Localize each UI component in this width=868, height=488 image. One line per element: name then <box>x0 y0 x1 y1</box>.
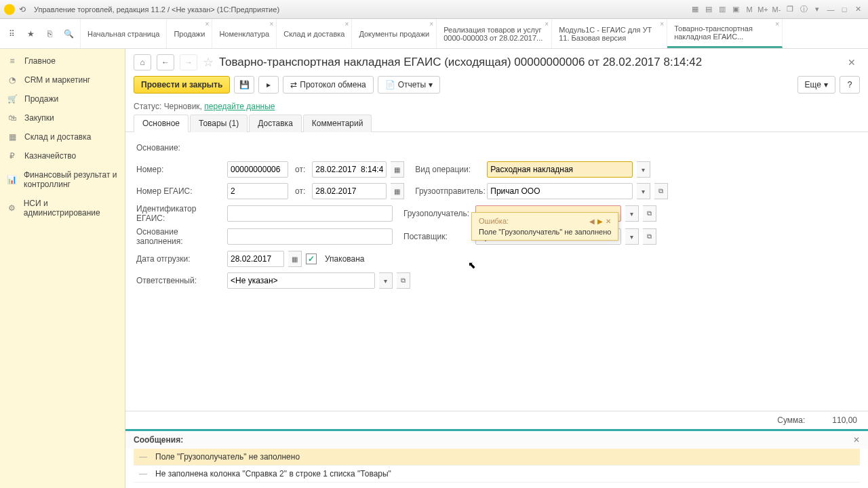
error-prev-icon[interactable]: ◀ <box>589 218 595 225</box>
supplier-open-icon[interactable]: ⧉ <box>643 228 656 245</box>
sidebar-item[interactable]: ▦Склад и доставка <box>0 127 125 146</box>
supplier-dropdown-icon[interactable]: ▾ <box>625 228 639 245</box>
packed-checkbox[interactable]: ✓ <box>306 253 317 264</box>
sidebar-item[interactable]: ⚙НСИ и администрирование <box>0 194 125 222</box>
shipper-dropdown-icon[interactable]: ▾ <box>637 183 650 199</box>
sidebar: ≡Главное◔CRM и маркетинг🛒Продажи🛍Закупки… <box>0 49 125 488</box>
top-tab[interactable]: Начальная страница <box>81 19 167 48</box>
tab-close-icon[interactable]: × <box>545 20 549 28</box>
consignee-open-icon[interactable]: ⧉ <box>643 205 656 222</box>
shipper-field[interactable] <box>487 183 633 199</box>
top-tab[interactable]: Товарно-транспортная накладная ЕГАИС...× <box>667 19 783 48</box>
m-icon[interactable]: M <box>743 3 755 16</box>
form-tabs: ОсновноеТовары (1)ДоставкаКомментарий <box>125 114 868 132</box>
document-title: Товарно-транспортная накладная ЕГАИС (ис… <box>219 56 838 69</box>
shipdate-field[interactable] <box>227 251 284 267</box>
content: ⌂ ← → ☆ Товарно-транспортная накладная Е… <box>125 49 868 488</box>
refresh-icon[interactable]: ⟲ <box>19 5 28 14</box>
sidebar-item[interactable]: ◔CRM и маркетинг <box>0 70 125 89</box>
message-row[interactable]: —Поле "Грузополучатель" не заполнено <box>134 449 860 466</box>
tab-close-icon[interactable]: × <box>429 20 433 28</box>
sidebar-icon: ₽ <box>7 151 18 161</box>
top-tab[interactable]: Номенклатура× <box>212 19 277 48</box>
error-close-icon[interactable]: ✕ <box>606 218 611 225</box>
calendar-icon[interactable]: ▦ <box>391 161 404 178</box>
home-button[interactable]: ⌂ <box>134 54 151 70</box>
back-button[interactable]: ← <box>157 54 174 70</box>
search-icon[interactable]: 🔍 <box>61 26 76 41</box>
mplus-icon[interactable]: M+ <box>757 3 769 16</box>
minimize-icon[interactable]: — <box>825 3 837 16</box>
tab-close-icon[interactable]: × <box>345 20 349 28</box>
shipper-open-icon[interactable]: ⧉ <box>654 183 668 199</box>
datetime-field[interactable] <box>312 161 387 178</box>
error-title: Ошибка: <box>479 217 587 225</box>
form-tab[interactable]: Товары (1) <box>190 115 248 132</box>
consignee-dropdown-icon[interactable]: ▾ <box>625 205 639 222</box>
egais-date-field[interactable] <box>312 183 387 199</box>
top-tab[interactable]: Продажи× <box>167 19 212 48</box>
calendar-icon[interactable]: ▦ <box>391 183 404 199</box>
favorite-star-icon[interactable]: ☆ <box>203 55 214 70</box>
fillbasis-field[interactable] <box>227 228 393 245</box>
sidebar-icon: ≡ <box>7 56 18 66</box>
form-tab[interactable]: Комментарий <box>303 115 372 132</box>
dropdown-icon[interactable]: ▾ <box>811 3 823 16</box>
egais-id-field[interactable] <box>227 205 393 222</box>
error-next-icon[interactable]: ▶ <box>597 218 603 225</box>
forward-button[interactable]: → <box>180 54 197 70</box>
tab-close-icon[interactable]: × <box>269 20 273 28</box>
post-and-close-button[interactable]: Провести и закрыть <box>134 76 230 94</box>
tool-icon[interactable]: ▣ <box>730 3 742 16</box>
post-button[interactable]: ▸ <box>258 76 279 94</box>
messages-title: Сообщения: <box>134 435 853 445</box>
sidebar-item[interactable]: 🛍Закупки <box>0 108 125 127</box>
sidebar-icon: ◔ <box>7 75 18 85</box>
optype-field[interactable] <box>487 161 633 178</box>
maximize-icon[interactable]: □ <box>838 3 850 16</box>
apps-icon[interactable]: ⠿ <box>4 26 19 41</box>
form-tab[interactable]: Основное <box>134 115 189 132</box>
history-icon[interactable]: ⎘ <box>42 26 57 41</box>
close-document-icon[interactable]: ✕ <box>844 57 860 68</box>
tab-close-icon[interactable]: × <box>660 20 664 28</box>
save-button[interactable]: 💾 <box>234 76 254 94</box>
optype-dropdown-icon[interactable]: ▾ <box>637 161 650 178</box>
top-tab[interactable]: Модуль1С - ЕГАИС для УТ 11. Базовая верс… <box>552 19 667 48</box>
sidebar-item[interactable]: 🛒Продажи <box>0 89 125 108</box>
mminus-icon[interactable]: M- <box>770 3 783 16</box>
egais-num-field[interactable] <box>227 183 288 199</box>
message-row[interactable]: —Не заполнена колонка "Справка 2" в стро… <box>134 466 860 483</box>
calendar-icon[interactable]: ▥ <box>716 3 728 16</box>
tab-close-icon[interactable]: × <box>775 20 779 28</box>
star-icon[interactable]: ★ <box>23 26 38 41</box>
windows-icon[interactable]: ❐ <box>784 3 796 16</box>
consignee-label: Грузополучатель: <box>403 209 471 218</box>
top-tab[interactable]: Склад и доставка× <box>277 19 352 48</box>
messages-close-icon[interactable]: ✕ <box>853 435 860 445</box>
calc-icon[interactable]: ▤ <box>703 3 715 16</box>
close-icon[interactable]: ✕ <box>852 3 864 16</box>
info-icon[interactable]: ⓘ <box>797 3 810 16</box>
more-button[interactable]: Еще ▾ <box>797 76 835 94</box>
tab-close-icon[interactable]: × <box>205 20 210 28</box>
reports-button[interactable]: 📄 Отчеты ▾ <box>378 76 440 94</box>
protocol-button[interactable]: ⇄ Протокол обмена <box>283 76 373 94</box>
number-field[interactable] <box>227 161 288 178</box>
grid-icon[interactable]: ▦ <box>689 3 701 16</box>
help-button[interactable]: ? <box>840 76 860 94</box>
sidebar-item[interactable]: 📊Финансовый результат и контроллинг <box>0 165 125 194</box>
status-link[interactable]: передайте данные <box>204 102 275 111</box>
responsible-field[interactable] <box>227 272 375 289</box>
top-tab[interactable]: Документы продажи× <box>352 19 437 48</box>
responsible-dropdown-icon[interactable]: ▾ <box>379 272 393 289</box>
top-tab[interactable]: Реализация товаров и услуг 0000-000003 о… <box>437 19 552 48</box>
sidebar-item[interactable]: ≡Главное <box>0 52 125 70</box>
responsible-open-icon[interactable]: ⧉ <box>397 272 410 289</box>
document-footer: Сумма: 110,00 <box>125 411 868 429</box>
sidebar-item[interactable]: ₽Казначейство <box>0 146 125 165</box>
calendar-icon[interactable]: ▦ <box>288 251 302 267</box>
document-toolbar: Провести и закрыть 💾 ▸ ⇄ Протокол обмена… <box>125 76 868 99</box>
form-tab[interactable]: Доставка <box>249 115 302 132</box>
optype-label: Вид операции: <box>415 165 483 174</box>
